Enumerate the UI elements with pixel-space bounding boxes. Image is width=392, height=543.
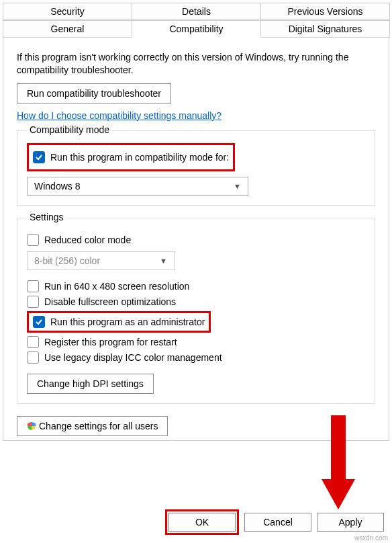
compat-mode-checkbox[interactable] [33,151,45,163]
cancel-button[interactable]: Cancel [244,513,311,532]
tab-row-1: Security Details Previous Versions [3,3,389,20]
intro-text: If this program isn't working correctly … [17,51,375,77]
ok-button[interactable]: OK [168,513,236,532]
compat-group-title: Compatibility mode [27,124,112,135]
color-depth-select: 8-bit (256) color ▼ [27,251,175,270]
change-all-users-label: Change settings for all users [39,421,158,431]
run-640-label: Run in 640 x 480 screen resolution [44,281,189,292]
dialog-footer: OK Cancel Apply [165,509,384,535]
tab-content: If this program isn't working correctly … [3,37,389,441]
change-dpi-button[interactable]: Change high DPI settings [27,374,154,394]
legacy-icc-checkbox[interactable] [27,351,39,364]
disable-fullscreen-label: Disable fullscreen optimizations [44,296,176,307]
tabs-container: Security Details Previous Versions Gener… [3,3,389,38]
compat-mode-label: Run this program in compatibility mode f… [50,152,229,163]
tab-details[interactable]: Details [132,3,261,20]
register-restart-label: Register this program for restart [44,337,177,347]
run-640-checkbox[interactable] [27,280,39,292]
reduced-color-checkbox[interactable] [27,234,39,246]
settings-group: Settings Reduced color mode 8-bit (256) … [17,218,375,404]
run-admin-label: Run this program as an administrator [50,317,205,327]
tab-digital-signatures[interactable]: Digital Signatures [260,20,390,38]
color-depth-value: 8-bit (256) color [34,255,100,266]
help-link[interactable]: How do I choose compatibility settings m… [17,110,222,121]
tab-previous-versions[interactable]: Previous Versions [260,3,390,20]
legacy-icc-label: Use legacy display ICC color management [44,352,222,363]
run-admin-checkbox[interactable] [33,316,45,328]
highlight-ok-button: OK [165,509,239,535]
shield-icon [27,421,36,431]
apply-button[interactable]: Apply [317,513,384,532]
tab-security[interactable]: Security [3,3,132,20]
reduced-color-label: Reduced color mode [44,235,131,245]
chevron-down-icon: ▼ [234,182,241,190]
highlight-compat-checkbox: Run this program in compatibility mode f… [27,143,235,171]
register-restart-checkbox[interactable] [27,336,39,348]
change-all-users-button[interactable]: Change settings for all users [17,416,168,436]
tab-row-2: General Compatibility Digital Signatures [3,20,389,38]
compat-os-select[interactable]: Windows 8 ▼ [27,177,248,196]
tab-compatibility[interactable]: Compatibility [132,20,261,38]
highlight-admin-checkbox: Run this program as an administrator [27,311,211,333]
chevron-down-icon: ▼ [160,257,167,265]
run-troubleshooter-button[interactable]: Run compatibility troubleshooter [17,83,171,103]
compat-os-value: Windows 8 [34,181,80,192]
settings-group-title: Settings [27,212,66,222]
tab-general[interactable]: General [3,20,132,38]
disable-fullscreen-checkbox[interactable] [27,296,39,308]
watermark: wsxdn.com [354,534,388,542]
compatibility-mode-group: Compatibility mode Run this program in c… [17,130,375,206]
